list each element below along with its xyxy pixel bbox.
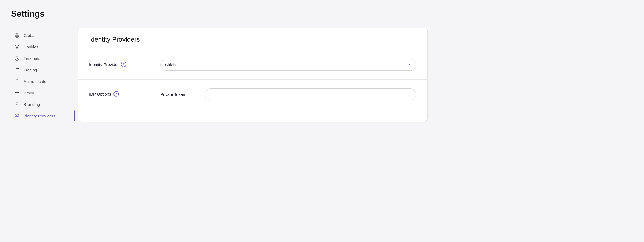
page-title: Settings [11, 9, 428, 19]
sidebar-item-label-cookies: Cookies [24, 45, 38, 49]
main-content-panel: Identity Providers Identity Provider ? [78, 28, 428, 122]
globe-icon [14, 33, 20, 38]
idp-options-label: IDP Options ? [89, 91, 149, 97]
svg-point-2 [15, 45, 19, 49]
sidebar: Global Cookies Timeouts Tracing [11, 28, 71, 122]
svg-point-6 [18, 47, 18, 48]
svg-point-5 [16, 47, 17, 48]
sidebar-item-label-proxy: Proxy [24, 91, 34, 95]
sidebar-item-global[interactable]: Global [11, 30, 71, 41]
idp-options-section: IDP Options ? Private Token [78, 80, 427, 114]
private-token-input[interactable] [205, 88, 416, 100]
server-icon [14, 90, 20, 96]
section-title: Identity Providers [89, 36, 416, 43]
private-token-label: Private Token [160, 92, 196, 97]
sidebar-item-identity-providers[interactable]: Identity Providers [11, 110, 71, 121]
sidebar-item-proxy[interactable]: Proxy [11, 87, 71, 98]
idp-options-row: IDP Options ? Private Token [89, 88, 416, 106]
svg-rect-16 [15, 93, 19, 95]
sidebar-item-label-branding: Branding [24, 102, 40, 107]
identity-provider-label-col: Identity Provider ? [89, 59, 149, 67]
idp-options-help-icon[interactable]: ? [113, 91, 119, 97]
private-token-row: Private Token [160, 88, 416, 100]
identity-provider-row: Identity Provider ? Gitlab GitHub Google… [89, 59, 416, 71]
svg-point-19 [16, 102, 18, 105]
identity-provider-select[interactable]: Gitlab GitHub Google Azure AD Okta [160, 59, 416, 71]
users-icon [14, 113, 20, 119]
svg-rect-15 [15, 91, 19, 93]
svg-point-4 [18, 46, 18, 46]
clock-icon [14, 56, 20, 61]
sidebar-item-label-timeouts: Timeouts [24, 56, 40, 61]
list-icon [14, 67, 20, 73]
svg-point-3 [16, 46, 16, 47]
section-header: Identity Providers [78, 28, 427, 50]
cookie-icon [14, 44, 20, 50]
idp-options-label-col: IDP Options ? [89, 88, 149, 97]
sidebar-item-authenticate[interactable]: Authenticate [11, 76, 71, 87]
sidebar-item-branding[interactable]: Branding [11, 99, 71, 110]
sidebar-item-cookies[interactable]: Cookies [11, 41, 71, 52]
page-container: Settings Global Cookies Timeouts [0, 0, 438, 131]
svg-rect-14 [15, 81, 19, 83]
svg-point-20 [16, 114, 17, 116]
lock-icon [14, 79, 20, 84]
identity-provider-help-icon[interactable]: ? [121, 62, 126, 67]
idp-options-controls: Private Token [160, 88, 416, 106]
identity-provider-control-col: Gitlab GitHub Google Azure AD Okta [160, 59, 416, 71]
sidebar-item-label-tracing: Tracing [24, 68, 37, 72]
content-area: Global Cookies Timeouts Tracing [11, 28, 428, 122]
sidebar-item-label-identity-providers: Identity Providers [24, 114, 55, 118]
identity-provider-select-wrapper: Gitlab GitHub Google Azure AD Okta [160, 59, 416, 71]
sidebar-item-label-global: Global [24, 33, 35, 38]
sidebar-item-label-authenticate: Authenticate [24, 79, 46, 84]
tag-icon [14, 102, 20, 107]
sidebar-item-timeouts[interactable]: Timeouts [11, 53, 71, 64]
sidebar-item-tracing[interactable]: Tracing [11, 64, 71, 75]
identity-provider-label: Identity Provider ? [89, 62, 149, 67]
identity-provider-section: Identity Provider ? Gitlab GitHub Google… [78, 50, 427, 80]
